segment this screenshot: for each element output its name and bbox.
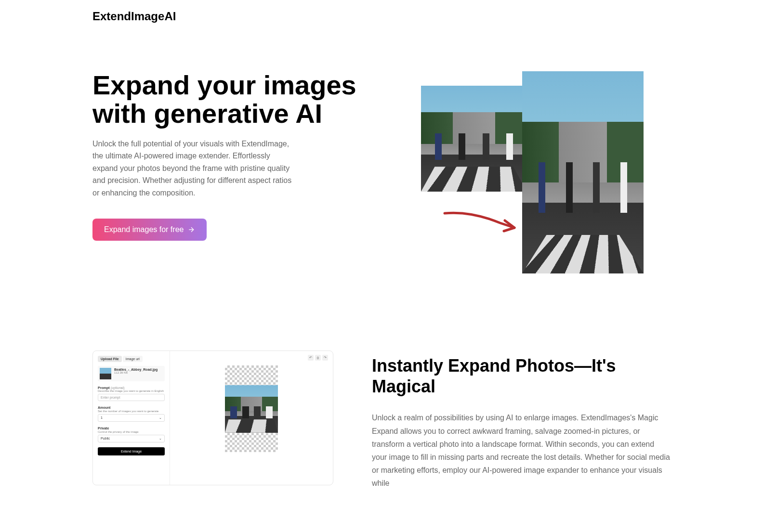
transform-arrow-icon: [442, 206, 519, 235]
brand-logo[interactable]: ExtendImageAI: [92, 10, 671, 23]
prompt-hint: Describe the image you want to generate …: [98, 389, 165, 392]
hero-image-compare: [389, 71, 671, 273]
prompt-optional: (optional): [110, 386, 124, 389]
private-hint: Control the privacy of the image: [98, 430, 165, 433]
amount-label: Amount: [98, 406, 165, 409]
extend-image-button[interactable]: Extend Image: [98, 447, 165, 455]
prompt-label: Prompt: [98, 386, 110, 389]
canvas-checkerboard[interactable]: [225, 365, 278, 452]
editor-sidebar: Upload File Image url Beatles_-_Abbey_Ro…: [93, 351, 170, 485]
ui-editor-mock: Upload File Image url Beatles_-_Abbey_Ro…: [92, 350, 333, 485]
chevron-down-icon: ⌄: [159, 437, 162, 441]
cta-label: Expand images for free: [104, 225, 184, 234]
amount-hint: Set the number of images you want to gen…: [98, 410, 165, 413]
history-count: 0: [315, 355, 321, 361]
hero-text-block: Expand your images with generative AI Un…: [92, 71, 370, 273]
file-thumbnail: [100, 368, 111, 379]
section2-title: Instantly Expand Photos—It's Magical: [372, 355, 671, 397]
tab-upload-file[interactable]: Upload File: [98, 356, 122, 362]
arrow-right-icon: [187, 226, 195, 234]
private-select[interactable]: Public⌄: [98, 435, 165, 442]
chevron-down-icon: ⌄: [159, 416, 162, 420]
file-name: Beatles_-_Abbey_Road.jpg: [114, 368, 163, 371]
amount-select[interactable]: 1⌄: [98, 414, 165, 422]
private-label: Private: [98, 427, 165, 430]
section2-description: Unlock a realm of possibilities by using…: [372, 411, 671, 490]
uploaded-file-card: Beatles_-_Abbey_Road.jpg 112.39 KB: [98, 366, 165, 381]
editor-canvas: ↶ 0 ↷: [170, 351, 333, 485]
hero-title: Expand your images with generative AI: [92, 71, 370, 128]
cta-expand-button[interactable]: Expand images for free: [92, 219, 207, 241]
redo-icon[interactable]: ↷: [322, 355, 328, 361]
before-image: [421, 86, 527, 192]
hero-description: Unlock the full potential of your visual…: [92, 138, 295, 199]
file-size: 112.39 KB: [114, 371, 163, 374]
prompt-input[interactable]: Enter prompt: [98, 394, 165, 401]
after-image: [522, 71, 644, 273]
undo-icon[interactable]: ↶: [308, 355, 314, 361]
canvas-image[interactable]: [225, 385, 278, 433]
tab-image-url[interactable]: Image url: [123, 356, 143, 362]
